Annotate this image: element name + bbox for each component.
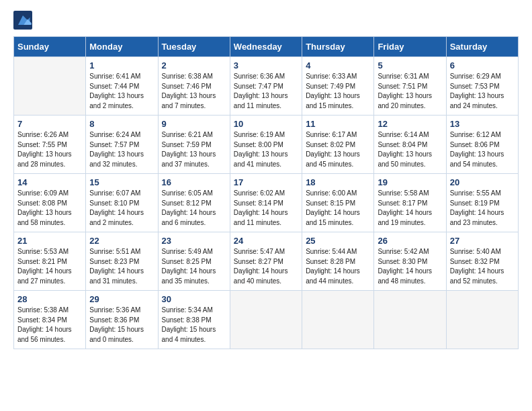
- day-number: 14: [17, 177, 82, 187]
- calendar-cell: 27Sunrise: 5:40 AM Sunset: 8:32 PM Dayli…: [446, 232, 518, 291]
- day-details: Sunrise: 5:58 AM Sunset: 8:17 PM Dayligh…: [378, 189, 442, 228]
- day-details: Sunrise: 6:36 AM Sunset: 7:47 PM Dayligh…: [234, 72, 298, 111]
- day-details: Sunrise: 6:29 AM Sunset: 7:53 PM Dayligh…: [450, 72, 515, 111]
- day-details: Sunrise: 5:34 AM Sunset: 8:38 PM Dayligh…: [162, 306, 226, 345]
- calendar-cell: 28Sunrise: 5:38 AM Sunset: 8:34 PM Dayli…: [14, 291, 86, 349]
- day-number: 3: [234, 60, 298, 71]
- calendar-cell: 12Sunrise: 6:14 AM Sunset: 8:04 PM Dayli…: [374, 116, 446, 174]
- day-number: 22: [89, 236, 154, 246]
- logo-icon: [13, 11, 32, 30]
- calendar-cell: 4Sunrise: 6:33 AM Sunset: 7:49 PM Daylig…: [302, 57, 374, 116]
- calendar-week-row: 14Sunrise: 6:09 AM Sunset: 8:08 PM Dayli…: [14, 174, 519, 232]
- logo: [13, 11, 34, 30]
- calendar-cell: 7Sunrise: 6:26 AM Sunset: 7:55 PM Daylig…: [14, 116, 86, 174]
- calendar-header-monday: Monday: [86, 37, 158, 57]
- day-number: 2: [162, 60, 226, 71]
- calendar-cell: 9Sunrise: 6:21 AM Sunset: 7:59 PM Daylig…: [158, 116, 230, 174]
- day-number: 15: [89, 177, 154, 187]
- calendar-week-row: 7Sunrise: 6:26 AM Sunset: 7:55 PM Daylig…: [14, 116, 519, 174]
- day-details: Sunrise: 6:12 AM Sunset: 8:06 PM Dayligh…: [450, 130, 515, 169]
- calendar-cell: 6Sunrise: 6:29 AM Sunset: 7:53 PM Daylig…: [446, 57, 518, 116]
- calendar-cell: 18Sunrise: 6:00 AM Sunset: 8:15 PM Dayli…: [302, 174, 374, 232]
- day-details: Sunrise: 6:31 AM Sunset: 7:51 PM Dayligh…: [378, 72, 442, 111]
- day-details: Sunrise: 5:44 AM Sunset: 8:28 PM Dayligh…: [306, 247, 370, 286]
- calendar-cell: 26Sunrise: 5:42 AM Sunset: 8:30 PM Dayli…: [374, 232, 446, 291]
- day-details: Sunrise: 6:17 AM Sunset: 8:02 PM Dayligh…: [306, 130, 370, 169]
- day-details: Sunrise: 5:42 AM Sunset: 8:30 PM Dayligh…: [378, 247, 442, 286]
- day-number: 28: [17, 294, 82, 304]
- calendar-cell: 15Sunrise: 6:07 AM Sunset: 8:10 PM Dayli…: [86, 174, 158, 232]
- day-number: 25: [306, 236, 370, 246]
- day-details: Sunrise: 6:02 AM Sunset: 8:14 PM Dayligh…: [234, 189, 298, 228]
- day-number: 27: [450, 236, 515, 246]
- calendar-header-wednesday: Wednesday: [230, 37, 302, 57]
- day-number: 30: [162, 294, 226, 304]
- day-number: 26: [378, 236, 442, 246]
- calendar-header-saturday: Saturday: [446, 37, 518, 57]
- calendar-cell: 22Sunrise: 5:51 AM Sunset: 8:23 PM Dayli…: [86, 232, 158, 291]
- calendar-cell: 24Sunrise: 5:47 AM Sunset: 8:27 PM Dayli…: [230, 232, 302, 291]
- calendar-header-sunday: Sunday: [14, 37, 86, 57]
- day-details: Sunrise: 6:24 AM Sunset: 7:57 PM Dayligh…: [89, 130, 154, 169]
- calendar-table: SundayMondayTuesdayWednesdayThursdayFrid…: [13, 36, 519, 349]
- day-details: Sunrise: 5:47 AM Sunset: 8:27 PM Dayligh…: [234, 247, 298, 286]
- calendar-cell: 1Sunrise: 6:41 AM Sunset: 7:44 PM Daylig…: [86, 57, 158, 116]
- day-number: 29: [89, 294, 154, 304]
- day-number: 18: [306, 177, 370, 187]
- day-details: Sunrise: 6:21 AM Sunset: 7:59 PM Dayligh…: [162, 130, 226, 169]
- day-details: Sunrise: 6:41 AM Sunset: 7:44 PM Dayligh…: [89, 72, 154, 111]
- calendar-cell: 5Sunrise: 6:31 AM Sunset: 7:51 PM Daylig…: [374, 57, 446, 116]
- day-number: 10: [234, 119, 298, 129]
- calendar-header-thursday: Thursday: [302, 37, 374, 57]
- calendar-cell: [446, 291, 518, 349]
- day-details: Sunrise: 5:53 AM Sunset: 8:21 PM Dayligh…: [17, 247, 82, 286]
- calendar-header-row: SundayMondayTuesdayWednesdayThursdayFrid…: [14, 37, 519, 57]
- day-number: 21: [17, 236, 82, 246]
- header: [13, 11, 519, 30]
- page: SundayMondayTuesdayWednesdayThursdayFrid…: [0, 0, 532, 360]
- calendar-cell: 25Sunrise: 5:44 AM Sunset: 8:28 PM Dayli…: [302, 232, 374, 291]
- calendar-cell: 16Sunrise: 6:05 AM Sunset: 8:12 PM Dayli…: [158, 174, 230, 232]
- day-details: Sunrise: 6:14 AM Sunset: 8:04 PM Dayligh…: [378, 130, 442, 169]
- day-details: Sunrise: 5:55 AM Sunset: 8:19 PM Dayligh…: [450, 189, 515, 228]
- day-details: Sunrise: 6:09 AM Sunset: 8:08 PM Dayligh…: [17, 189, 82, 228]
- calendar-cell: [14, 57, 86, 116]
- day-number: 12: [378, 119, 442, 129]
- day-number: 17: [234, 177, 298, 187]
- day-number: 1: [89, 60, 154, 71]
- calendar-cell: 14Sunrise: 6:09 AM Sunset: 8:08 PM Dayli…: [14, 174, 86, 232]
- calendar-cell: 21Sunrise: 5:53 AM Sunset: 8:21 PM Dayli…: [14, 232, 86, 291]
- day-details: Sunrise: 6:05 AM Sunset: 8:12 PM Dayligh…: [162, 189, 226, 228]
- calendar-cell: 3Sunrise: 6:36 AM Sunset: 7:47 PM Daylig…: [230, 57, 302, 116]
- day-details: Sunrise: 5:40 AM Sunset: 8:32 PM Dayligh…: [450, 247, 515, 286]
- day-number: 7: [17, 119, 82, 129]
- day-number: 4: [306, 60, 370, 71]
- day-number: 13: [450, 119, 515, 129]
- calendar-cell: 13Sunrise: 6:12 AM Sunset: 8:06 PM Dayli…: [446, 116, 518, 174]
- day-details: Sunrise: 6:38 AM Sunset: 7:46 PM Dayligh…: [162, 72, 226, 111]
- day-number: 24: [234, 236, 298, 246]
- calendar-cell: [374, 291, 446, 349]
- day-details: Sunrise: 6:33 AM Sunset: 7:49 PM Dayligh…: [306, 72, 370, 111]
- calendar-cell: 17Sunrise: 6:02 AM Sunset: 8:14 PM Dayli…: [230, 174, 302, 232]
- calendar-cell: 8Sunrise: 6:24 AM Sunset: 7:57 PM Daylig…: [86, 116, 158, 174]
- calendar-cell: 30Sunrise: 5:34 AM Sunset: 8:38 PM Dayli…: [158, 291, 230, 349]
- day-details: Sunrise: 5:49 AM Sunset: 8:25 PM Dayligh…: [162, 247, 226, 286]
- day-details: Sunrise: 5:51 AM Sunset: 8:23 PM Dayligh…: [89, 247, 154, 286]
- calendar-cell: 2Sunrise: 6:38 AM Sunset: 7:46 PM Daylig…: [158, 57, 230, 116]
- day-number: 9: [162, 119, 226, 129]
- calendar-week-row: 21Sunrise: 5:53 AM Sunset: 8:21 PM Dayli…: [14, 232, 519, 291]
- day-details: Sunrise: 5:36 AM Sunset: 8:36 PM Dayligh…: [89, 306, 154, 345]
- day-number: 11: [306, 119, 370, 129]
- calendar-cell: [230, 291, 302, 349]
- day-details: Sunrise: 6:00 AM Sunset: 8:15 PM Dayligh…: [306, 189, 370, 228]
- calendar-cell: 11Sunrise: 6:17 AM Sunset: 8:02 PM Dayli…: [302, 116, 374, 174]
- day-number: 5: [378, 60, 442, 71]
- calendar-cell: [302, 291, 374, 349]
- calendar-cell: 20Sunrise: 5:55 AM Sunset: 8:19 PM Dayli…: [446, 174, 518, 232]
- day-number: 20: [450, 177, 515, 187]
- day-details: Sunrise: 6:26 AM Sunset: 7:55 PM Dayligh…: [17, 130, 82, 169]
- calendar-cell: 29Sunrise: 5:36 AM Sunset: 8:36 PM Dayli…: [86, 291, 158, 349]
- day-number: 8: [89, 119, 154, 129]
- calendar-header-tuesday: Tuesday: [158, 37, 230, 57]
